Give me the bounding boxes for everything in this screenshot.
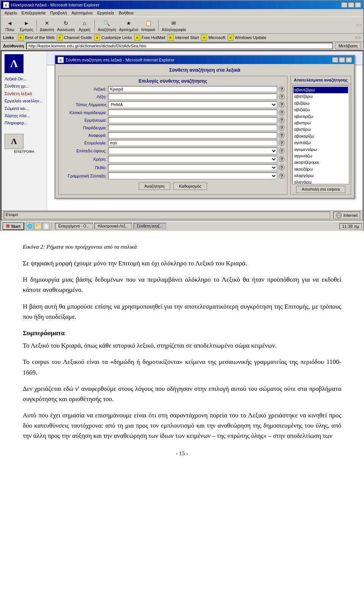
label-ermineuma: Ερμήνευμα: bbox=[61, 118, 107, 122]
input-paradeigma[interactable] bbox=[108, 125, 277, 131]
input-etymologia[interactable] bbox=[108, 140, 277, 146]
input-lexi[interactable] bbox=[108, 94, 277, 100]
clear-button[interactable]: Καθαρισμός bbox=[173, 182, 207, 190]
dialog-minimize-button[interactable]: _ bbox=[332, 57, 338, 63]
refresh-button[interactable]: ↻ Ανανέωση bbox=[56, 18, 75, 33]
search-button[interactable]: 🔍 Αναζήτηση bbox=[97, 18, 117, 33]
menu-view[interactable]: Προβολή bbox=[48, 10, 69, 16]
go-button[interactable]: Μετάβαση bbox=[335, 42, 361, 49]
menu-edit[interactable]: Επεξεργασία bbox=[19, 10, 48, 16]
maximize-button[interactable]: □ bbox=[348, 2, 354, 8]
taskbar-task-2[interactable]: Ηλεκτρονικά Λεξ... bbox=[94, 223, 132, 229]
link-windows-update[interactable]: e Windows Update bbox=[228, 34, 266, 41]
help-etymologia[interactable]: ? bbox=[279, 140, 285, 146]
history-button[interactable]: 📋 Ιστορικό bbox=[141, 18, 156, 33]
quicklaunch-1[interactable]: 🌐 bbox=[26, 223, 33, 230]
link-channel-guide[interactable]: e Channel Guide bbox=[57, 34, 92, 41]
sidebar-link-7[interactable]: Πληροφορ... bbox=[5, 120, 44, 126]
result-item[interactable]: αβιστιρώ bbox=[293, 120, 348, 126]
sidebar-link-2[interactable]: Σύνθετη χρ... bbox=[5, 83, 44, 89]
dialog-content: Επιλογές σύνθετης αναζήτησης Λεξικό: ? bbox=[58, 76, 351, 195]
sidebar-link-4[interactable]: Εργαλείο νεοελλην... bbox=[5, 98, 44, 104]
send-corpora-button[interactable]: Αποστολή στα corpora bbox=[296, 186, 345, 193]
favorites-button[interactable]: ★ Αγαπημένα bbox=[118, 18, 139, 33]
select-xrisi[interactable] bbox=[108, 156, 277, 163]
article-para-3: Η βάση αυτή θα μπορούσε επίσης να χρησιμ… bbox=[23, 301, 341, 322]
links-more-button[interactable]: >> bbox=[355, 34, 361, 41]
result-item[interactable]: αλαργάρω bbox=[293, 172, 348, 179]
result-item[interactable]: αβιστιρίζω bbox=[293, 113, 348, 120]
sidebar-link-3[interactable]: Σύνθετη λεξικά bbox=[5, 91, 44, 97]
stop-button[interactable]: ✕ Διακοπή bbox=[39, 18, 55, 33]
main-content: Σύνθετη αναζήτηση στα λεξικά e Σύνθετη α… bbox=[47, 51, 362, 210]
sidebar-link-1[interactable]: Λεξικά Ον... bbox=[5, 76, 44, 82]
help-anafora[interactable]: ? bbox=[279, 132, 285, 138]
select-typos[interactable]: ΡΗΜΑ bbox=[108, 101, 277, 108]
result-item[interactable]: αβιστίρω bbox=[293, 126, 348, 133]
input-klitiko[interactable] bbox=[108, 110, 277, 116]
mail-button[interactable]: ✉ Αλληλογραφία bbox=[161, 18, 187, 33]
sidebar-link-6[interactable]: Χάρτης πλο... bbox=[5, 113, 44, 119]
dialog-maximize-button[interactable]: □ bbox=[339, 57, 345, 63]
input-lexiko[interactable] bbox=[108, 86, 277, 92]
help-lexiko[interactable]: ? bbox=[279, 86, 285, 92]
close-button[interactable]: ✕ bbox=[355, 2, 361, 8]
link-internet-start[interactable]: e Internet Start bbox=[168, 34, 199, 41]
sidebar-link-5[interactable]: Σώματα κει... bbox=[5, 106, 44, 111]
dialog-close-button[interactable]: ✕ bbox=[346, 57, 352, 63]
help-lexi[interactable]: ? bbox=[279, 94, 285, 100]
result-item[interactable]: αβιζάρω bbox=[293, 100, 348, 107]
select-grammatiki[interactable] bbox=[108, 172, 277, 179]
sidebar-bottom-logo: Λ bbox=[5, 134, 24, 149]
toolbar-more[interactable]: >> bbox=[356, 22, 362, 28]
help-paradeigma[interactable]: ? bbox=[279, 125, 285, 131]
help-klitiko[interactable]: ? bbox=[279, 110, 285, 116]
help-ermineuma[interactable]: ? bbox=[279, 117, 285, 123]
form-row-epipedo: Επίπεδο ύψους: ? bbox=[61, 147, 285, 154]
result-item[interactable]: ακορτζέρομαι bbox=[293, 159, 348, 166]
taskbar-task-3[interactable]: Σύνθετη αναζ... bbox=[133, 223, 166, 229]
taskbar-task-1[interactable]: Εισερχόμενα - O... bbox=[55, 223, 93, 229]
back-button[interactable]: ◄ Πίσω bbox=[2, 18, 17, 33]
help-typos[interactable]: ? bbox=[279, 102, 285, 108]
links-bar: Links e Best of the Web e Channel Guide … bbox=[1, 34, 363, 42]
link-hotmail[interactable]: e Free HotMail bbox=[134, 34, 165, 41]
search-button[interactable]: Αναζήτηση bbox=[139, 182, 170, 190]
home-button[interactable]: ⌂ Αρχική bbox=[77, 18, 92, 33]
result-item[interactable]: αβιζιάζω bbox=[293, 107, 348, 113]
result-item[interactable]: αγρινιάζω bbox=[293, 153, 348, 159]
result-item[interactable]: αγιπιάζω bbox=[293, 140, 348, 146]
link-microsoft[interactable]: e Microsoft bbox=[201, 34, 225, 41]
result-item[interactable]: αλιενάρω bbox=[293, 179, 348, 184]
minimize-button[interactable]: _ bbox=[341, 2, 347, 8]
select-pedio[interactable] bbox=[108, 164, 277, 171]
quicklaunch-3[interactable]: 📄 bbox=[42, 223, 50, 230]
result-item[interactable]: αγομεντάρω bbox=[293, 146, 348, 153]
result-item[interactable]: αβατζάρω bbox=[293, 93, 348, 100]
quicklaunch-2[interactable]: 📁 bbox=[34, 223, 42, 230]
link-customize-links[interactable]: e Customize Links bbox=[94, 34, 132, 41]
menu-help[interactable]: Βοήθεια bbox=[116, 10, 136, 16]
input-anafora[interactable] bbox=[108, 132, 277, 138]
select-epipedo[interactable] bbox=[108, 147, 277, 154]
help-pedio[interactable]: ? bbox=[279, 165, 285, 171]
help-grammatiki[interactable]: ? bbox=[279, 173, 285, 179]
menu-tools[interactable]: Εργαλεία bbox=[95, 10, 116, 16]
menu-file[interactable]: Αρχείο bbox=[2, 10, 19, 16]
address-input[interactable] bbox=[26, 42, 333, 49]
link-best-of-web[interactable]: e Best of the Web bbox=[18, 34, 55, 41]
help-xrisi[interactable]: ? bbox=[279, 156, 285, 162]
result-item[interactable]: ακουζάρω bbox=[293, 166, 348, 172]
forward-button[interactable]: ► Εμπρός bbox=[19, 18, 34, 33]
link-icon-3: e bbox=[94, 34, 100, 41]
result-item[interactable]: αβαντζάρω bbox=[293, 87, 348, 93]
start-button[interactable]: ⊞ Start bbox=[2, 222, 24, 230]
send-corpora-area: Αποστολή στα corpora bbox=[292, 186, 349, 193]
input-ermineuma[interactable] bbox=[108, 117, 277, 123]
menu-favorites[interactable]: Αγαπημένα bbox=[69, 10, 95, 16]
link-icon-6: e bbox=[201, 34, 207, 41]
link-icon-5: e bbox=[168, 34, 174, 41]
result-item[interactable]: αβοκαρίζω bbox=[293, 133, 348, 140]
results-list[interactable]: αβαντζάρωαβατζάρωαβιζάρωαβιζιάζωαβιστιρί… bbox=[292, 86, 349, 184]
help-epipedo[interactable]: ? bbox=[279, 148, 285, 154]
